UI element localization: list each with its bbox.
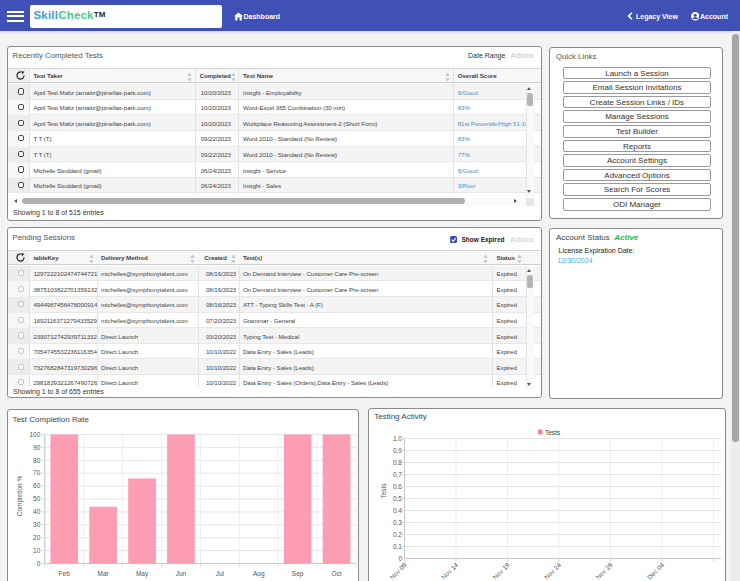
svg-text:Dec 04: Dec 04 <box>646 561 666 580</box>
svg-text:Oct: Oct <box>331 569 341 576</box>
svg-text:Mar: Mar <box>97 569 109 576</box>
svg-text:Jun: Jun <box>175 569 186 576</box>
svg-text:100: 100 <box>29 430 40 437</box>
svg-text:60: 60 <box>33 482 41 489</box>
svg-text:0.4: 0.4 <box>393 507 402 514</box>
svg-text:20: 20 <box>33 533 41 540</box>
svg-text:0.2: 0.2 <box>393 531 402 538</box>
svg-text:Nov 14: Nov 14 <box>440 561 460 580</box>
svg-text:50: 50 <box>33 495 41 502</box>
svg-text:0.7: 0.7 <box>393 471 402 478</box>
svg-text:0.6: 0.6 <box>393 483 402 490</box>
svg-text:Nov 19: Nov 19 <box>491 561 511 580</box>
svg-text:Completion %: Completion % <box>15 475 23 516</box>
svg-text:Sep: Sep <box>291 569 303 577</box>
svg-text:Nov 24: Nov 24 <box>543 561 563 580</box>
svg-text:May: May <box>135 569 148 577</box>
svg-text:Tests: Tests <box>545 429 561 436</box>
svg-text:Jul: Jul <box>215 569 224 576</box>
svg-text:0.8: 0.8 <box>393 459 402 466</box>
svg-text:Aug: Aug <box>253 569 265 577</box>
svg-text:90: 90 <box>33 443 41 450</box>
svg-text:10: 10 <box>33 546 41 553</box>
svg-text:0.5: 0.5 <box>393 495 402 502</box>
svg-text:0: 0 <box>36 559 40 566</box>
svg-text:80: 80 <box>33 456 41 463</box>
svg-text:0.3: 0.3 <box>393 519 402 526</box>
svg-text:40: 40 <box>33 508 41 515</box>
svg-text:Nov 09: Nov 09 <box>388 561 408 580</box>
svg-text:Tests: Tests <box>380 483 387 499</box>
svg-text:70: 70 <box>33 469 41 476</box>
svg-text:0.1: 0.1 <box>393 543 402 550</box>
svg-text:Nov 29: Nov 29 <box>594 561 614 580</box>
svg-text:1.0: 1.0 <box>393 435 402 442</box>
svg-text:0.9: 0.9 <box>393 447 402 454</box>
svg-text:30: 30 <box>33 521 41 528</box>
svg-text:Feb: Feb <box>58 569 70 576</box>
